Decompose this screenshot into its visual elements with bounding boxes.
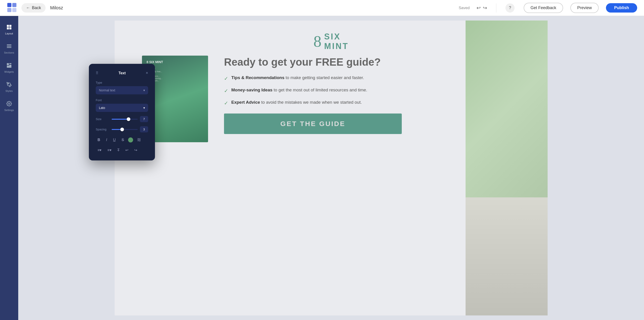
- undo-button[interactable]: ↩: [476, 5, 480, 11]
- app-logo: [7, 2, 17, 14]
- font-value: Lato: [99, 106, 105, 110]
- get-guide-button[interactable]: GET THE GUIDE: [224, 114, 402, 134]
- book-list: • Tips & reco... • Money-saving... • Exp…: [146, 75, 204, 82]
- preview-button[interactable]: Preview: [570, 3, 599, 13]
- plant-photo: [466, 20, 548, 198]
- clear-format-button[interactable]: T: [116, 147, 122, 154]
- page-wrapper: 8 SIX MINT 8 SIX MINT Tips &... This tot…: [18, 16, 644, 320]
- size-slider-thumb: [127, 118, 130, 121]
- italic-button[interactable]: I: [104, 136, 109, 143]
- type-value: Normal text: [99, 88, 115, 92]
- align-button[interactable]: ≡▾: [96, 146, 103, 154]
- type-select[interactable]: Normal text ▾: [96, 86, 148, 94]
- format-toolbar-2: ≡▾ ≡▾ T ↩ ↪: [96, 146, 148, 154]
- brand-logo-container: 8 SIX MINT: [314, 32, 349, 51]
- book-title: Tips &...: [146, 66, 204, 69]
- font-label: Font: [96, 98, 148, 102]
- sidebar-item-widgets[interactable]: Widgets: [0, 59, 18, 77]
- topbar: ← Back Milosz Saved ↩ ↪ ? Get Feedback P…: [0, 0, 644, 16]
- format-toolbar-1: B I U S ⛓: [96, 136, 148, 143]
- svg-rect-1: [12, 3, 16, 7]
- publish-button[interactable]: Publish: [606, 3, 637, 12]
- settings-label: Settings: [4, 109, 14, 112]
- help-button[interactable]: ?: [506, 4, 514, 12]
- widgets-icon: [6, 63, 12, 70]
- help-icon: ?: [509, 6, 511, 10]
- check-icon-3: ✓: [224, 99, 228, 107]
- benefit-bold-3: Expert Advice: [231, 100, 260, 104]
- font-dropdown-icon: ▾: [143, 106, 145, 110]
- brand-six: SIX: [324, 32, 349, 42]
- panel-title: Text: [98, 71, 146, 75]
- strikethrough-icon: S: [122, 138, 124, 142]
- svg-rect-6: [7, 27, 9, 30]
- text-color-button[interactable]: [128, 138, 133, 142]
- svg-rect-13: [9, 65, 12, 66]
- back-label: Back: [32, 6, 41, 10]
- panel-header: ⠿ Text ×: [96, 71, 148, 76]
- type-field: Type Normal text ▾: [96, 81, 148, 94]
- right-photo-area: [466, 20, 548, 316]
- sidebar-item-layout[interactable]: Layout: [0, 20, 18, 39]
- document-title: Milosz: [50, 5, 63, 10]
- redo-button[interactable]: ↪: [483, 5, 487, 11]
- svg-rect-14: [7, 66, 12, 68]
- size-slider-fill: [112, 119, 128, 120]
- type-dropdown-icon: ▾: [143, 88, 145, 92]
- styles-label: Styles: [6, 90, 13, 92]
- benefit-text-1: Tips & Recommendations to make getting s…: [231, 74, 364, 81]
- widgets-label: Widgets: [4, 70, 14, 73]
- list-style-button[interactable]: ≡▾: [106, 146, 113, 154]
- sidebar-item-styles[interactable]: Styles: [0, 78, 18, 96]
- spacing-slider-thumb: [120, 128, 124, 131]
- spacing-value: 3: [140, 126, 148, 132]
- undo-text-button[interactable]: ↩: [124, 146, 130, 154]
- notebook-photo: [466, 198, 548, 316]
- brand-name-block: SIX MINT: [324, 32, 349, 51]
- font-select[interactable]: Lato ▾: [96, 104, 148, 112]
- brand-symbol: 8: [314, 34, 322, 50]
- size-slider-track[interactable]: [112, 119, 138, 120]
- benefit-text-2: Money-saving Ideas to get the most out o…: [231, 86, 367, 93]
- svg-rect-12: [9, 63, 12, 64]
- svg-rect-11: [7, 63, 9, 65]
- link-button[interactable]: ⛓: [135, 136, 143, 143]
- back-arrow-icon: ←: [26, 6, 30, 10]
- link-icon: ⛓: [137, 138, 141, 142]
- bold-button[interactable]: B: [96, 136, 102, 143]
- redo-text-button[interactable]: ↪: [132, 146, 139, 154]
- benefit-bold-1: Tips & Recommendations: [231, 75, 284, 80]
- brand-mint: MINT: [324, 42, 349, 51]
- drag-handle-icon[interactable]: ⠿: [96, 71, 98, 75]
- strikethrough-button[interactable]: S: [120, 136, 126, 143]
- sections-icon: [6, 44, 12, 50]
- save-status: Saved: [459, 6, 470, 10]
- underline-button[interactable]: U: [111, 136, 118, 143]
- layout-label: Layout: [5, 32, 13, 35]
- benefit-rest-1: to make getting started easier and faste…: [284, 75, 364, 80]
- svg-rect-4: [7, 25, 9, 27]
- sidebar: Layout Sections Widgets: [0, 16, 18, 320]
- sidebar-item-sections[interactable]: Sections: [0, 40, 18, 58]
- svg-rect-9: [7, 46, 12, 46]
- svg-rect-8: [7, 44, 12, 45]
- font-field: Font Lato ▾: [96, 98, 148, 112]
- svg-point-16: [8, 103, 10, 104]
- clear-format-icon: T: [117, 148, 120, 152]
- divider: [496, 4, 496, 12]
- get-feedback-button[interactable]: Get Feedback: [524, 3, 563, 13]
- spacing-slider-track[interactable]: [112, 129, 138, 130]
- panel-close-button[interactable]: ×: [146, 71, 148, 76]
- type-label: Type: [96, 81, 148, 84]
- book-logo: 8 SIX MINT: [146, 60, 204, 64]
- back-button[interactable]: ← Back: [22, 3, 46, 12]
- align-icon: ≡▾: [98, 148, 102, 152]
- undo-text-icon: ↩: [125, 148, 128, 152]
- sidebar-item-settings[interactable]: Settings: [0, 97, 18, 115]
- list-icon: ≡▾: [107, 148, 111, 152]
- check-icon-2: ✓: [224, 87, 228, 95]
- svg-rect-0: [7, 3, 12, 7]
- svg-rect-3: [12, 8, 16, 12]
- svg-rect-7: [9, 27, 12, 30]
- svg-rect-5: [9, 25, 12, 27]
